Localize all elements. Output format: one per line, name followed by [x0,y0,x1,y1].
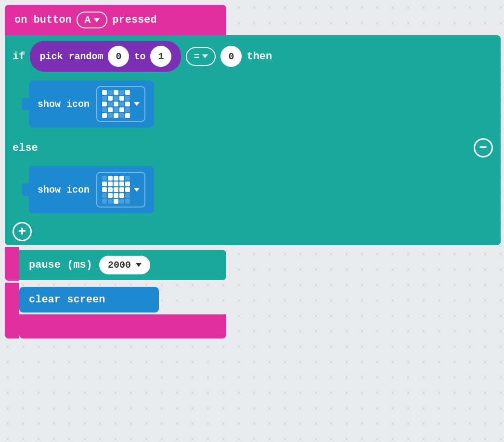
led-cell [102,96,107,101]
led-cell [114,199,118,204]
led-cell [114,90,118,95]
led-cell [114,113,118,118]
chevron-down-icon [134,188,140,192]
led-cell [119,182,124,186]
if-row: if pick random 0 to 1 = 0 then [5,35,501,78]
on-button-block: on button A pressed [5,5,226,35]
led-cell [125,113,130,118]
led-cell [119,176,124,181]
pick-random-label: pick random [39,51,103,62]
led-cell [108,113,113,118]
then-inner-area: show icon [5,78,501,132]
led-cell [114,182,118,186]
led-cell [102,199,107,204]
led-cell [114,193,118,198]
led-cell [119,199,124,204]
led-cell [102,90,107,95]
from-value: 0 [116,51,121,62]
led-cell [114,187,118,192]
led-cell [108,107,113,112]
led-cell [125,193,130,198]
pause-block: pause (ms) 2000 [19,250,226,280]
led-cell [108,176,113,181]
led-cell [102,193,107,198]
led-cell [108,199,113,204]
if-label: if [13,51,25,63]
led-cell [125,187,130,192]
led-cell [114,176,118,181]
led-cell [125,107,130,112]
led-cell [119,107,124,112]
add-branch-row: + [5,218,501,245]
remove-else-button[interactable]: − [474,138,493,157]
led-cell [108,187,113,192]
to-label: to [134,51,145,62]
led-cell [108,90,113,95]
chevron-down-icon [134,102,140,106]
clear-screen-label: clear screen [29,294,105,306]
chevron-down-icon [94,18,100,22]
led-cell [125,182,130,186]
show-icon-label-2: show icon [38,184,90,195]
led-cell [102,102,107,106]
led-cell [119,102,124,106]
led-cell [108,193,113,198]
led-cell [114,107,118,112]
equals-label: = [194,51,199,62]
pressed-label: pressed [112,14,156,26]
else-row: else − [5,132,501,163]
main-block: if pick random 0 to 1 = 0 then [5,35,501,245]
icon-grid-button-2[interactable] [96,172,145,208]
show-icon-label-1: show icon [38,99,90,110]
compare-value-circle[interactable]: 0 [220,46,242,67]
led-cell [108,96,113,101]
led-cell [108,182,113,186]
led-cell [119,90,124,95]
led-cell [125,199,130,204]
clear-screen-block: clear screen [19,287,159,312]
led-cell [119,96,124,101]
add-branch-button[interactable]: + [13,222,32,241]
from-value-circle[interactable]: 0 [108,46,129,67]
else-inner-area: show icon [5,163,501,218]
led-grid-1 [102,90,130,118]
led-cell [102,176,107,181]
led-cell [119,187,124,192]
led-cell [114,96,118,101]
to-value: 1 [158,51,164,62]
chevron-down-icon [202,54,208,58]
led-cell [102,113,107,118]
led-cell [125,90,130,95]
then-label: then [246,51,272,63]
compare-value: 0 [228,51,234,62]
on-label: on button [14,14,72,26]
equals-selector[interactable]: = [186,47,216,66]
led-cell [102,107,107,112]
led-cell [125,96,130,101]
pick-random-pill[interactable]: pick random 0 to 1 [30,41,181,72]
icon-grid-button-1[interactable] [96,86,145,122]
show-icon-block-1: show icon [29,80,154,128]
else-label: else [13,142,38,154]
led-cell [108,102,113,106]
led-cell [114,102,118,106]
show-icon-block-2: show icon [29,166,154,213]
chevron-down-icon [136,263,142,267]
led-cell [125,176,130,181]
led-grid-2 [102,176,130,204]
button-selector[interactable]: A [77,12,107,28]
led-cell [102,187,107,192]
led-cell [119,113,124,118]
pause-label: pause (ms) [29,259,92,271]
pause-value: 2000 [108,260,131,271]
pause-value-selector[interactable]: 2000 [99,256,150,274]
led-cell [119,193,124,198]
button-value: A [84,14,91,26]
to-value-circle[interactable]: 1 [150,46,171,67]
led-cell [102,182,107,186]
led-cell [125,102,130,106]
